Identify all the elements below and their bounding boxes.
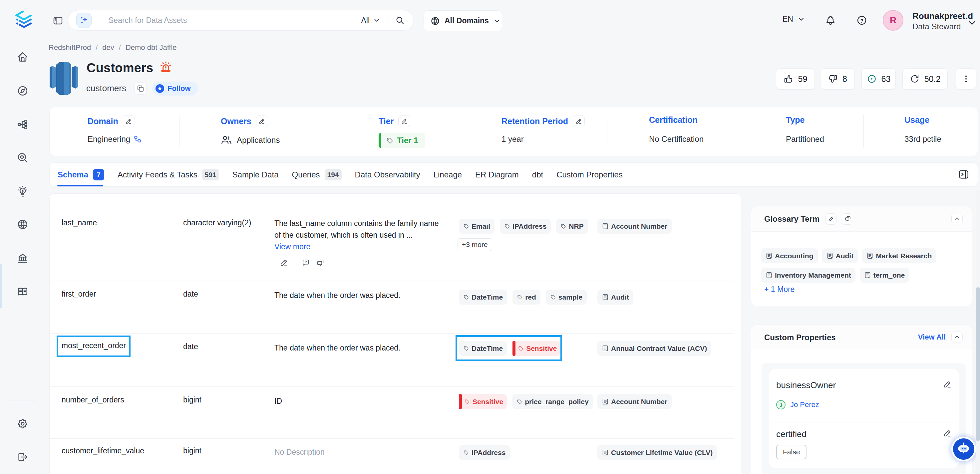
column-name[interactable]: customer_lifetime_value [62,446,144,455]
glossary-chip[interactable]: Annual Contract Value (ACV) [597,341,711,356]
expand-panel-icon[interactable] [958,169,970,180]
notifications-bell-icon[interactable] [825,15,836,25]
tab-schema[interactable]: Schema7 [57,169,104,180]
tab-er-diagram[interactable]: ER Diagram [475,170,519,180]
glossary-term-chip[interactable]: Accounting [761,248,818,263]
search-scope-select[interactable]: All [361,16,380,25]
column-name[interactable]: number_of_orders [62,396,124,404]
comments-icon[interactable] [316,259,325,267]
upvote-button[interactable]: 59 [776,68,815,89]
tab-dbt[interactable]: dbt [532,170,543,180]
domain-value[interactable]: Engineering [88,135,130,144]
language-select[interactable]: EN [783,14,805,24]
tag-chip[interactable]: DateTime [459,289,507,305]
column-name[interactable]: last_name [62,218,97,227]
collapse-glossary-button[interactable] [951,213,963,224]
tab-activity-feeds[interactable]: Activity Feeds & Tasks591 [118,169,219,180]
view-all-link[interactable]: View All [918,333,946,342]
user-avatar[interactable]: R [883,10,904,30]
tab-custom-properties[interactable]: Custom Properties [557,170,623,180]
request-description-icon[interactable] [302,259,310,267]
glossary-term-chip[interactable]: term_one [860,268,909,283]
glossary-chip[interactable]: Account Number [597,394,671,409]
breadcrumb-database[interactable]: dev [102,43,114,52]
copy-button[interactable] [135,83,146,94]
edit-property-icon[interactable] [943,380,951,388]
ai-sparkles-icon[interactable] [76,13,92,28]
follow-button[interactable]: Follow [152,81,198,95]
sidebar-item-logout[interactable] [17,451,28,463]
glossary-term-chip[interactable]: Market Research [862,248,936,263]
edit-glossary-button[interactable] [826,213,837,225]
search-input[interactable]: Search for Data Assets [108,16,361,25]
tab-data-observability[interactable]: Data Observability [355,170,420,180]
help-icon[interactable] [856,15,867,25]
table-row-most-recent-order[interactable]: most_recent_order date The date when the… [49,333,733,387]
sidebar-toggle-icon[interactable] [52,15,63,26]
more-tags-chip[interactable]: +3 more [458,238,492,251]
glossary-term-chip[interactable]: Inventory Management [761,268,856,283]
tag-chip[interactable]: IPAddress [500,219,551,234]
page-scrollbar[interactable] [976,287,980,441]
search-icon[interactable] [395,16,404,25]
tag-chip[interactable]: NRP [556,219,588,234]
glossary-chip[interactable]: Account Number [597,219,671,234]
sidebar-item-domains[interactable] [17,219,28,230]
tag-chip[interactable]: price_range_policy [512,394,593,409]
breadcrumb-service[interactable]: RedshiftProd [49,43,91,52]
views-button[interactable]: 63 [861,68,896,89]
glossary-chip[interactable]: Audit [597,289,633,305]
domain-link-icon[interactable] [134,135,142,143]
owner-name-link[interactable]: Jo Perez [790,401,819,409]
sidebar-item-glossary[interactable] [17,286,28,297]
table-row-customer-lifetime-value[interactable]: customer_lifetime_value bigint No Descri… [49,438,733,474]
rotate-icon [910,74,920,84]
sidebar-item-insights[interactable] [17,186,28,197]
edit-domain-button[interactable] [123,115,135,127]
user-menu-caret-icon[interactable] [967,18,977,28]
sidebar-item-lineage[interactable] [17,119,28,130]
glossary-term-chip[interactable]: Audit [822,248,858,263]
domain-filter-select[interactable]: All Domains [423,10,502,31]
edit-property-icon[interactable] [943,429,951,437]
tag-chip[interactable]: IPAddress [459,445,510,460]
glossary-chip[interactable]: Customer Lifetime Value (CLV) [597,445,717,460]
sidebar-scrollbar[interactable] [0,264,2,308]
tag-chip[interactable]: sample [546,289,587,305]
table-row-first-order[interactable]: first_order date The date when the order… [49,281,733,333]
column-type: character varying(2) [183,218,251,227]
tier-badge[interactable]: Tier 1 [379,133,425,148]
comment-glossary-button[interactable] [842,213,853,225]
tab-sample-data[interactable]: Sample Data [232,170,279,180]
edit-retention-button[interactable] [573,115,585,127]
table-row-number-of-orders[interactable]: number_of_orders bigint ID Sensitive pri… [49,387,733,438]
sidebar-item-observability[interactable] [17,152,28,164]
alert-siren-icon[interactable] [159,61,172,74]
table-row-last-name[interactable]: last_name character varying(2) The last_… [49,210,733,281]
breadcrumb-schema[interactable]: Demo dbt Jaffle [126,43,177,52]
user-role: Data Steward [912,22,961,31]
sidebar-item-settings[interactable] [17,418,28,429]
global-search[interactable]: Search for Data Assets All [68,10,414,30]
sidebar-item-explore[interactable] [17,85,28,97]
collapse-properties-button[interactable] [951,332,963,343]
edit-owners-button[interactable] [256,115,268,127]
sidebar-item-home[interactable] [17,51,28,62]
tab-lineage[interactable]: Lineage [434,170,462,180]
sidebar-item-govern[interactable] [17,252,28,264]
downvote-button[interactable]: 8 [820,68,855,89]
edit-description-icon[interactable] [280,259,288,267]
tag-chip-sensitive[interactable]: Sensitive [459,394,507,409]
chat-assistant-fab[interactable] [951,437,976,461]
tag-chip[interactable]: red [512,289,541,305]
edit-tier-button[interactable] [398,115,410,127]
owners-value[interactable]: Applications [237,135,280,145]
more-actions-button[interactable] [956,68,976,89]
tag-chip[interactable]: Email [459,219,495,234]
glossary-more-link[interactable]: + 1 More [764,285,794,294]
app-logo-icon[interactable] [13,9,35,30]
view-more-link[interactable]: View more [274,241,447,253]
score-button[interactable]: 50.2 [902,68,948,89]
tab-queries[interactable]: Queries194 [292,169,342,180]
column-name[interactable]: first_order [62,289,96,299]
